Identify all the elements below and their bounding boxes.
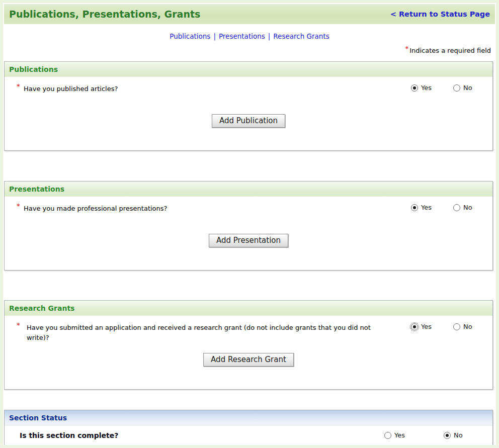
add-presentation-button[interactable]: Add Presentation — [209, 234, 288, 247]
nav-link-publications[interactable]: Publications — [170, 32, 210, 40]
return-to-status-page-link[interactable]: < Return to Status Page — [390, 10, 490, 18]
section-status-title: Section Status — [9, 414, 67, 422]
required-asterisk: * — [17, 202, 20, 210]
presentations-section-title: Presentations — [9, 185, 64, 193]
section-complete-yes-radio[interactable] — [384, 432, 391, 439]
publications-section-title: Publications — [9, 65, 58, 73]
publications-no-option: No — [453, 84, 472, 92]
required-asterisk: * — [17, 321, 20, 329]
nav-separator: | — [213, 32, 216, 40]
research-grants-no-label: No — [463, 323, 472, 330]
publications-no-label: No — [463, 84, 472, 92]
presentations-no-label: No — [463, 204, 472, 211]
presentations-yes-radio[interactable] — [411, 204, 418, 211]
nav-link-research-grants[interactable]: Research Grants — [273, 32, 329, 40]
section-status-box: Section Status Is this section complete?… — [4, 410, 493, 445]
publications-yes-radio[interactable] — [411, 84, 418, 92]
research-grants-no-radio[interactable] — [453, 323, 460, 330]
publications-section: Publications * Have you published articl… — [4, 61, 493, 151]
presentations-yes-label: Yes — [421, 204, 432, 211]
section-complete-no-radio[interactable] — [444, 432, 451, 439]
section-status-header: Section Status — [5, 410, 492, 425]
nav-link-presentations[interactable]: Presentations — [219, 32, 265, 40]
section-complete-yes-option: Yes — [384, 431, 405, 439]
research-grants-section-header: Research Grants — [5, 301, 492, 316]
required-asterisk: * — [17, 82, 20, 90]
page-header-bar: Publications, Presentations, Grants < Re… — [4, 4, 495, 24]
presentations-no-option: No — [453, 204, 472, 211]
research-grants-question-text: Have you submitted an application and re… — [27, 323, 374, 343]
research-grants-section-title: Research Grants — [9, 304, 74, 312]
research-grants-yes-label: Yes — [421, 323, 432, 330]
presentations-yes-option: Yes — [411, 204, 432, 211]
section-complete-question-text: Is this section complete? — [20, 431, 118, 439]
section-anchor-nav: Publications|Presentations|Research Gran… — [3, 32, 496, 40]
page-title: Publications, Presentations, Grants — [9, 9, 200, 20]
required-asterisk: * — [405, 45, 408, 52]
research-grants-yes-option: Yes — [411, 323, 432, 330]
publications-section-header: Publications — [5, 62, 492, 77]
nav-separator: | — [268, 32, 271, 40]
publications-yes-label: Yes — [421, 84, 432, 92]
add-publication-button[interactable]: Add Publication — [212, 114, 285, 128]
publications-question-text: Have you published articles? — [24, 84, 371, 94]
presentations-section: Presentations * Have you made profession… — [4, 181, 493, 271]
required-note-text: Indicates a required field — [409, 47, 491, 54]
section-complete-yes-label: Yes — [394, 431, 405, 439]
presentations-section-header: Presentations — [5, 182, 492, 197]
add-research-grant-button[interactable]: Add Research Grant — [203, 353, 294, 367]
presentations-no-radio[interactable] — [453, 204, 460, 211]
research-grants-yes-radio[interactable] — [411, 323, 418, 330]
publications-presentations-grants-page: Publications, Presentations, Grants < Re… — [0, 0, 499, 448]
section-complete-no-option: No — [444, 431, 463, 439]
required-field-note: *Indicates a required field — [405, 45, 491, 54]
presentations-question-text: Have you made professional presentations… — [24, 204, 371, 214]
research-grants-no-option: No — [453, 323, 472, 330]
publications-no-radio[interactable] — [453, 84, 460, 92]
publications-yes-option: Yes — [411, 84, 432, 92]
research-grants-section: Research Grants * Have you submitted an … — [4, 300, 493, 390]
section-complete-no-label: No — [454, 431, 463, 439]
